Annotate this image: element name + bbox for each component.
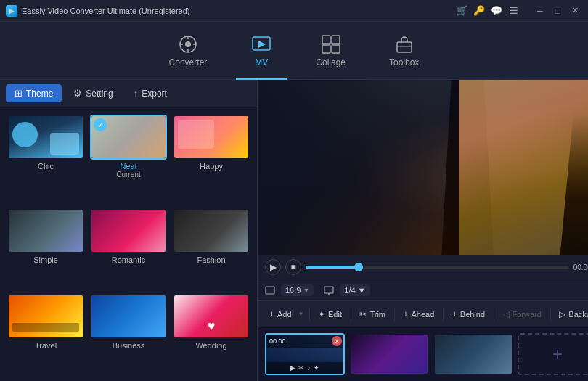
trim-icon: ✂ <box>359 309 367 319</box>
ahead-button[interactable]: + Ahead <box>397 306 440 322</box>
export-tab-label: Export <box>142 89 167 99</box>
menu-icon[interactable]: ☰ <box>507 4 521 18</box>
count-selector[interactable]: 1/4 ▼ <box>340 284 369 296</box>
theme-fashion[interactable]: Fashion <box>171 207 251 290</box>
maximize-button[interactable]: □ <box>550 4 565 18</box>
theme-happy[interactable]: Happy <box>171 113 251 204</box>
add-button[interactable]: + Add <box>264 306 295 322</box>
clip-2-inner <box>351 335 428 374</box>
behind-icon: + <box>452 309 457 319</box>
nav-collage[interactable]: Collage <box>301 28 360 73</box>
theme-tab-label: Theme <box>26 89 53 99</box>
ratio-selector[interactable]: 16:9 ▼ <box>281 284 314 296</box>
chic-label: Chic <box>38 162 54 171</box>
clip-2[interactable] <box>349 333 429 375</box>
add-icon: + <box>269 309 274 319</box>
neat-check: ✓ <box>94 118 107 131</box>
collage-icon <box>320 34 342 54</box>
monitor-icon <box>324 285 334 295</box>
tab-setting[interactable]: ⚙ Setting <box>65 84 121 102</box>
progress-bar[interactable] <box>306 266 569 269</box>
theme-chic[interactable]: Chic <box>6 113 86 204</box>
add-label: Add <box>277 310 292 319</box>
edit-label: Edit <box>328 310 342 319</box>
play-button[interactable]: ▶ <box>265 259 281 275</box>
time-display: 00:00:02.02/00:00:45.00 <box>573 263 588 271</box>
count-arrow-icon: ▼ <box>358 286 366 295</box>
fashion-label: Fashion <box>197 255 225 264</box>
backward-button[interactable]: ▷ Backward <box>553 306 588 322</box>
count-icon-group <box>324 285 334 295</box>
left-panel: ⊞ Theme ⚙ Setting ↑ Export <box>0 80 258 381</box>
svg-rect-11 <box>332 45 340 53</box>
toolbox-label: Toolbox <box>389 57 419 67</box>
minimize-button[interactable]: ─ <box>533 4 547 18</box>
theme-travel[interactable]: Travel <box>6 292 86 375</box>
tab-theme[interactable]: ⊞ Theme <box>6 84 62 102</box>
theme-tab-icon: ⊞ <box>15 88 23 99</box>
theme-neat[interactable]: ✓ Neat Current <box>89 113 168 204</box>
backward-label: Backward <box>568 310 588 319</box>
tab-bar: ⊞ Theme ⚙ Setting ↑ Export <box>0 80 257 107</box>
progress-fill <box>306 266 359 269</box>
mv-label: MV <box>255 57 268 67</box>
edit-button[interactable]: ✦ Edit <box>312 306 348 322</box>
clip-3[interactable] <box>433 333 513 375</box>
clip-1-audio-icon: ♪ <box>307 364 311 372</box>
resolution-icon-group <box>265 285 275 295</box>
titlebar: ▶ Eassiy Video Converter Ultimate (Unreg… <box>0 0 588 22</box>
frame-icon <box>265 285 275 295</box>
app-title: Eassiy Video Converter Ultimate (Unregis… <box>22 7 190 15</box>
ratio-arrow-icon: ▼ <box>303 287 309 294</box>
business-label: Business <box>113 341 145 350</box>
clip-3-inner <box>435 335 512 374</box>
setting-tab-icon: ⚙ <box>73 88 82 99</box>
svg-rect-15 <box>324 287 333 293</box>
export-tab-icon: ↑ <box>134 88 139 99</box>
clip-1-inner: 00:00 ✕ ▶ ✂ ♪ ✦ <box>266 335 343 374</box>
video-preview <box>258 80 588 255</box>
theme-romantic[interactable]: Romantic <box>89 207 168 290</box>
right-panel: ▶ ■ 00:00:02.02/00:00:45.00 🔊 16:9 ▼ <box>258 80 588 381</box>
behind-button[interactable]: + Behind <box>446 306 491 322</box>
theme-business[interactable]: Business <box>89 292 168 375</box>
clip-1-close[interactable]: ✕ <box>332 336 342 346</box>
key-icon[interactable]: 🔑 <box>472 4 486 18</box>
trim-label: Trim <box>369 310 385 319</box>
edit-icon: ✦ <box>318 309 325 319</box>
nav-toolbox[interactable]: Toolbox <box>375 28 433 73</box>
svg-point-1 <box>185 41 191 47</box>
video-background <box>258 80 588 255</box>
progress-handle[interactable] <box>354 263 363 271</box>
clip-1-footer: ▶ ✂ ♪ ✦ <box>266 362 343 374</box>
clip-1-edit-icon: ✦ <box>314 364 319 372</box>
svg-rect-9 <box>332 36 340 44</box>
clip-1-cut-icon: ✂ <box>298 364 304 372</box>
titlebar-left: ▶ Eassiy Video Converter Ultimate (Unreg… <box>6 5 190 17</box>
clip-1[interactable]: 00:00 ✕ ▶ ✂ ♪ ✦ <box>265 333 345 375</box>
ahead-label: Ahead <box>412 310 435 319</box>
bottom-toolbar: + Add ▼ ✦ Edit ✂ Trim + Ahead + Behind <box>258 300 588 327</box>
main-area: ⊞ Theme ⚙ Setting ↑ Export <box>0 80 588 381</box>
nav-converter[interactable]: Converter <box>155 28 222 73</box>
add-dropdown-arrow[interactable]: ▼ <box>296 308 306 320</box>
add-clip-icon: + <box>552 344 563 364</box>
mv-icon <box>250 34 272 54</box>
cart-icon[interactable]: 🛒 <box>454 4 469 18</box>
clip-1-play-icon: ▶ <box>290 364 295 372</box>
count-value: 1/4 <box>344 286 355 295</box>
close-button[interactable]: ✕ <box>568 4 582 18</box>
theme-simple[interactable]: Simple <box>6 207 86 290</box>
tab-export[interactable]: ↑ Export <box>125 84 176 102</box>
add-clip-button[interactable]: + <box>518 333 588 375</box>
chat-icon[interactable]: 💬 <box>489 4 504 18</box>
trim-button[interactable]: ✂ Trim <box>354 306 391 322</box>
wedding-label: Wedding <box>195 341 226 350</box>
travel-label: Travel <box>35 341 57 350</box>
stop-button[interactable]: ■ <box>285 259 301 275</box>
theme-wedding[interactable]: ♥ Wedding <box>171 292 251 375</box>
forward-label: Forward <box>513 310 542 319</box>
clip-1-time: 00:00 <box>269 337 286 345</box>
svg-rect-14 <box>266 287 274 294</box>
nav-mv[interactable]: MV <box>236 28 287 73</box>
